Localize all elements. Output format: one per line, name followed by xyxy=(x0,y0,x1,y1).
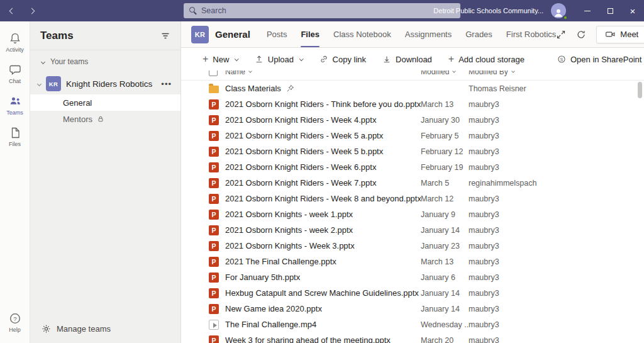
maximize-icon xyxy=(608,8,613,14)
file-row[interactable]: P 2021 Osborn Knight Riders - Week 5 a.p… xyxy=(181,128,644,143)
file-modified: February 19 xyxy=(421,163,469,172)
column-header-modified[interactable]: Modified xyxy=(421,70,469,76)
rail-item-activity[interactable]: Activity xyxy=(0,26,30,58)
powerpoint-file-icon: P xyxy=(209,178,219,188)
column-header-modified-by[interactable]: Modified By xyxy=(469,70,514,76)
file-name[interactable]: 2021 Osborn Knight Riders - Week 7.pptx xyxy=(225,178,376,188)
plus-icon: + xyxy=(203,55,208,64)
minimize-button[interactable] xyxy=(576,0,599,21)
file-name[interactable]: The Final Challenge.mp4 xyxy=(225,320,316,329)
rail-item-teams[interactable]: Teams xyxy=(0,89,30,121)
copy-link-label: Copy link xyxy=(333,55,366,64)
team-more-options-icon[interactable]: ••• xyxy=(161,79,180,89)
file-row[interactable]: P 2021 Osborn Knights - week 1.pptx Janu… xyxy=(181,206,644,222)
rail-item-files[interactable]: Files xyxy=(0,121,30,152)
vertical-scrollbar[interactable] xyxy=(638,82,642,98)
channel-header: KR General Posts Files Class Notebook As… xyxy=(181,21,644,48)
column-label: Modified By xyxy=(469,70,508,76)
file-row[interactable]: P New Game idea 2020.pptx January 14 mau… xyxy=(181,301,644,317)
powerpoint-file-icon: P xyxy=(209,147,219,157)
file-row[interactable]: P 2021 Osborn Knight Riders - Week 5 b.p… xyxy=(181,143,644,159)
file-row[interactable]: P For January 5th.pptx January 6 maubry3 xyxy=(181,269,644,285)
column-header-name[interactable]: Name xyxy=(225,70,421,76)
channel-title: General xyxy=(215,29,250,40)
tab-grades[interactable]: Grades xyxy=(465,21,492,47)
forward-icon[interactable] xyxy=(29,8,35,14)
select-all-checkbox[interactable] xyxy=(209,70,218,76)
file-name[interactable]: New Game idea 2020.pptx xyxy=(225,304,322,313)
channel-general[interactable]: General xyxy=(30,94,180,111)
file-modified-by: maubry3 xyxy=(469,194,499,203)
files-icon xyxy=(9,127,21,139)
your-teams-label: Your teams xyxy=(50,57,88,66)
svg-text:?: ? xyxy=(13,315,16,322)
file-name[interactable]: 2021 Osborn Knights - week 2.pptx xyxy=(225,225,353,235)
avatar[interactable] xyxy=(551,3,566,18)
powerpoint-file-icon: P xyxy=(209,99,219,110)
file-row[interactable]: P 2021 Osborn Knight Riders - Think befo… xyxy=(181,96,644,112)
file-row[interactable]: P 2021 Osborn Knight Riders - Week 7.ppt… xyxy=(181,175,644,191)
file-modified: Wednesday ... xyxy=(421,320,469,329)
powerpoint-file-icon: P xyxy=(209,273,219,283)
file-row[interactable]: P 2021 Osborn Knights - Week 3.pptx Janu… xyxy=(181,238,644,254)
filter-button[interactable] xyxy=(160,31,170,41)
file-name[interactable]: For January 5th.pptx xyxy=(225,273,300,282)
team-row-knight-riders[interactable]: KR Knight Riders Robotics ••• xyxy=(30,73,180,94)
team-avatar: KR xyxy=(191,26,209,43)
chevron-down-icon xyxy=(511,70,515,73)
file-name[interactable]: 2021 Osborn Knight Riders - Week 5 b.ppt… xyxy=(225,147,383,156)
tab-files[interactable]: Files xyxy=(301,21,319,47)
your-teams-section-header[interactable]: Your teams xyxy=(30,50,180,73)
file-name[interactable]: 2021 Osborn Knights - week 1.pptx xyxy=(225,210,353,219)
tab-posts[interactable]: Posts xyxy=(267,21,287,47)
gear-icon xyxy=(42,324,51,334)
meet-label: Meet xyxy=(620,30,638,39)
tab-first-robotics[interactable]: First Robotics xyxy=(506,21,556,47)
file-row[interactable]: P 2021 Osborn Knight Riders - Week 8 and… xyxy=(181,191,644,206)
file-name[interactable]: 2021 Osborn Knights - Week 3.pptx xyxy=(225,241,355,250)
powerpoint-file-icon: P xyxy=(209,210,219,220)
search-bar[interactable] xyxy=(184,3,460,18)
meet-button[interactable]: Meet xyxy=(596,26,644,43)
file-row[interactable]: P Hexbug Catapult and Screw Machine Guid… xyxy=(181,285,644,301)
file-row[interactable]: P Week 3 for sharing ahead of the meetin… xyxy=(181,332,644,343)
app-rail: Activity Chat Teams Files ? Help xyxy=(0,21,30,343)
file-name[interactable]: 2021 Osborn Knight Riders - Week 4.pptx xyxy=(225,115,376,125)
new-button[interactable]: + New xyxy=(203,55,238,64)
file-row[interactable]: The Final Challenge.mp4 Wednesday ... ma… xyxy=(181,317,644,332)
tab-class-notebook[interactable]: Class Notebook xyxy=(333,21,391,47)
copy-link-button[interactable]: Copy link xyxy=(319,55,366,64)
channel-mentors[interactable]: Mentors xyxy=(30,111,180,127)
download-button[interactable]: Download xyxy=(382,55,432,64)
file-row[interactable]: P 2021 Osborn Knights - week 2.pptx Janu… xyxy=(181,222,644,238)
manage-teams-button[interactable]: Manage teams xyxy=(30,314,180,343)
powerpoint-file-icon: P xyxy=(209,304,219,314)
file-modified: March 13 xyxy=(421,100,469,109)
rail-item-chat[interactable]: Chat xyxy=(0,58,30,89)
file-row[interactable]: P 2021 Osborn Knight Riders - Week 6.ppt… xyxy=(181,159,644,175)
file-row[interactable]: P 2021 Osborn Knight Riders - Week 4.ppt… xyxy=(181,112,644,128)
file-name[interactable]: Week 3 for sharing ahead of the meeting.… xyxy=(225,335,391,343)
file-name[interactable]: Hexbug Catapult and Screw Machine Guidel… xyxy=(225,288,419,298)
files-toolbar: + New Upload Copy link Download xyxy=(181,48,644,70)
rail-item-help[interactable]: ? Help xyxy=(0,306,30,338)
tab-assignments[interactable]: Assignments xyxy=(405,21,452,47)
file-name[interactable]: 2021 Osborn Knight Riders - Think before… xyxy=(225,99,421,109)
open-in-sharepoint-button[interactable]: S Open in SharePoint xyxy=(557,55,641,64)
search-input[interactable] xyxy=(201,6,455,15)
refresh-button[interactable] xyxy=(576,30,586,40)
back-icon[interactable] xyxy=(9,8,16,14)
file-name[interactable]: 2021 Osborn Knight Riders - Week 5 a.ppt… xyxy=(225,131,383,140)
file-modified-by: maubry3 xyxy=(469,163,499,172)
file-name[interactable]: 2021 Osborn Knight Riders - Week 8 and b… xyxy=(225,194,421,203)
maximize-button[interactable] xyxy=(599,0,621,21)
file-name[interactable]: 2021 The Final Challenge.pptx xyxy=(225,257,336,266)
file-row[interactable]: P 2021 The Final Challenge.pptx March 13… xyxy=(181,254,644,269)
file-name[interactable]: Class Materials xyxy=(225,84,281,93)
close-button[interactable]: × xyxy=(621,0,644,21)
add-cloud-storage-button[interactable]: + Add cloud storage xyxy=(448,55,525,64)
expand-tab-button[interactable] xyxy=(556,30,566,40)
upload-button[interactable]: Upload xyxy=(255,55,303,64)
file-name[interactable]: 2021 Osborn Knight Riders - Week 6.pptx xyxy=(225,162,376,172)
file-row[interactable]: Class Materials Thomas Reisner xyxy=(181,81,644,96)
